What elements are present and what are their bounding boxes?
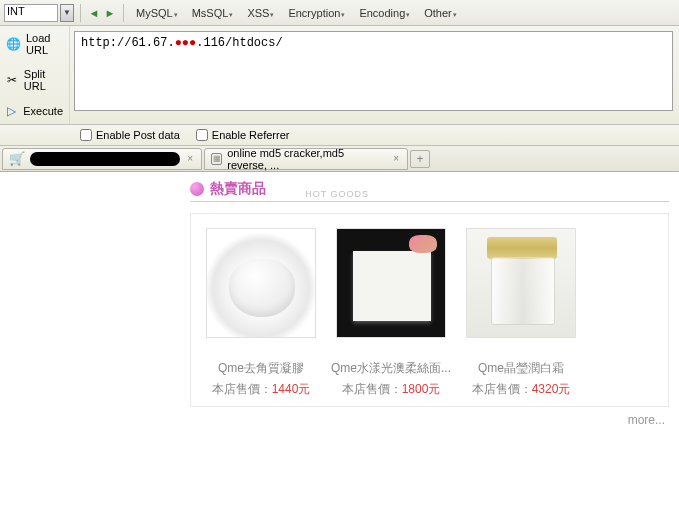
load-url-label: Load URL	[26, 32, 63, 56]
hot-title: 熱賣商品	[210, 180, 266, 198]
product-price: 1440元	[272, 382, 311, 396]
enable-post-checkbox[interactable]: Enable Post data	[80, 129, 180, 141]
new-tab-button[interactable]: +	[410, 150, 430, 168]
enable-referrer-checkbox[interactable]: Enable Referrer	[196, 129, 290, 141]
close-icon[interactable]: ×	[185, 153, 195, 164]
menu-mssql[interactable]: MsSQL	[186, 5, 240, 21]
product-card[interactable]: Qme水漾光澳柔絲面... 本店售價：1800元	[331, 228, 451, 398]
price-label: 本店售價：	[212, 382, 272, 396]
cart-icon: 🛒	[9, 151, 25, 166]
url-panel: 🌐 Load URL ✂ Split URL ▷ Execute http://…	[0, 26, 679, 125]
scissors-icon: ✂	[6, 73, 18, 87]
separator	[123, 4, 124, 22]
product-image	[336, 228, 446, 338]
post-checkbox-input[interactable]	[80, 129, 92, 141]
product-price: 1800元	[402, 382, 441, 396]
post-label: Enable Post data	[96, 129, 180, 141]
action-sidebar: 🌐 Load URL ✂ Split URL ▷ Execute	[0, 26, 70, 124]
referrer-checkbox-input[interactable]	[196, 129, 208, 141]
url-suffix: .116/htdocs/	[196, 36, 282, 50]
product-price: 4320元	[532, 382, 571, 396]
menu-encoding[interactable]: Encoding	[353, 5, 416, 21]
product-card[interactable]: Qme晶瑩潤白霜 本店售價：4320元	[461, 228, 581, 398]
separator	[80, 4, 81, 22]
bullet-icon	[190, 182, 204, 196]
content-main: 熱賣商品 HOT GOODS Qme去角質凝膠 本店售價：1440元 Qme水漾…	[190, 172, 679, 427]
product-name: Qme晶瑩潤白霜	[461, 360, 581, 377]
split-url-label: Split URL	[24, 68, 63, 92]
more-link[interactable]: more...	[190, 413, 669, 427]
browser-tabs: 🛒 × ▦ online md5 cracker,md5 reverse, ..…	[0, 146, 679, 172]
grid-icon: ▦	[211, 153, 222, 165]
product-name: Qme去角質凝膠	[201, 360, 321, 377]
product-image	[206, 228, 316, 338]
options-bar: Enable Post data Enable Referrer	[0, 125, 679, 146]
execute-label: Execute	[23, 105, 63, 117]
back-icon[interactable]: ◄	[87, 6, 101, 20]
content-spacer	[0, 172, 190, 427]
url-masked: ●●●	[175, 36, 197, 50]
play-icon: ▷	[6, 104, 17, 118]
menu-xss[interactable]: XSS	[241, 5, 280, 21]
menu-mysql[interactable]: MySQL	[130, 5, 184, 21]
url-input[interactable]: http://61.67.●●●.116/htdocs/	[74, 31, 673, 111]
forward-icon[interactable]: ►	[103, 6, 117, 20]
type-dropdown[interactable]: INT	[4, 4, 58, 22]
dropdown-arrow-icon[interactable]: ▼	[60, 4, 74, 22]
redacted-title	[30, 152, 180, 166]
tab-shop[interactable]: 🛒 ×	[2, 148, 202, 170]
menu-encryption[interactable]: Encryption	[282, 5, 351, 21]
load-url-button[interactable]: 🌐 Load URL	[0, 26, 69, 62]
product-card[interactable]: Qme去角質凝膠 本店售價：1440元	[201, 228, 321, 398]
globe-icon: 🌐	[6, 37, 20, 51]
product-grid: Qme去角質凝膠 本店售價：1440元 Qme水漾光澳柔絲面... 本店售價：1…	[190, 213, 669, 407]
main-toolbar: INT ▼ ◄ ► MySQL MsSQL XSS Encryption Enc…	[0, 0, 679, 26]
tab-md5-label: online md5 cracker,md5 reverse, ...	[227, 147, 386, 171]
referrer-label: Enable Referrer	[212, 129, 290, 141]
execute-button[interactable]: ▷ Execute	[0, 98, 69, 124]
close-icon[interactable]: ×	[391, 153, 401, 164]
price-label: 本店售價：	[472, 382, 532, 396]
product-image	[466, 228, 576, 338]
url-prefix: http://61.67.	[81, 36, 175, 50]
tab-md5[interactable]: ▦ online md5 cracker,md5 reverse, ... ×	[204, 148, 408, 170]
menu-other[interactable]: Other	[418, 5, 463, 21]
product-name: Qme水漾光澳柔絲面...	[331, 360, 451, 377]
page-content: 熱賣商品 HOT GOODS Qme去角質凝膠 本店售價：1440元 Qme水漾…	[0, 172, 679, 427]
price-label: 本店售價：	[342, 382, 402, 396]
split-url-button[interactable]: ✂ Split URL	[0, 62, 69, 98]
